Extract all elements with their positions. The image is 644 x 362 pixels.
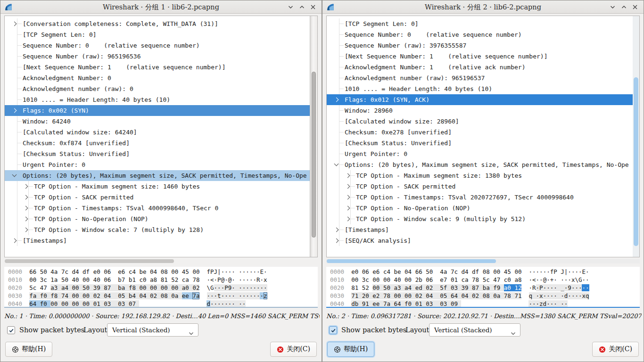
- tree-row[interactable]: Acknowledgment Number: 0: [5, 73, 310, 83]
- hex-byte[interactable]: 71: [351, 292, 362, 299]
- hex-ascii-char[interactable]: ·: [253, 268, 256, 275]
- hex-byte[interactable]: 7c: [451, 268, 462, 275]
- hex-byte[interactable]: b1: [129, 276, 140, 283]
- hex-ascii-char[interactable]: ·: [264, 268, 267, 275]
- hex-byte[interactable]: 66: [415, 268, 426, 275]
- hex-byte[interactable]: 00: [139, 284, 150, 291]
- scrollbar-handle[interactable]: [5, 259, 174, 263]
- hex-byte[interactable]: 5f: [440, 284, 451, 291]
- hex-byte[interactable]: 91: [362, 300, 373, 307]
- hex-ascii-char[interactable]: ·: [210, 300, 214, 307]
- hex-ascii-char[interactable]: ·: [536, 292, 540, 299]
- tree-row[interactable]: TCP Option - Window scale: 7 (multiply b…: [5, 224, 310, 235]
- expander-icon[interactable]: [12, 22, 17, 26]
- hex-ascii-char[interactable]: ·: [224, 300, 228, 307]
- hex-ascii-char[interactable]: z: [539, 300, 543, 307]
- hex-ascii-char[interactable]: ·: [546, 300, 550, 307]
- hex-ascii-char[interactable]: ·: [546, 284, 550, 291]
- hex-byte[interactable]: 39: [93, 284, 104, 291]
- show-packet-bytes-checkbox[interactable]: [7, 326, 15, 334]
- hex-byte[interactable]: 00: [50, 300, 61, 307]
- hex-ascii-char[interactable]: ·: [553, 284, 561, 291]
- hex-ascii-char[interactable]: ·: [217, 284, 221, 291]
- hex-ascii-char[interactable]: ·: [586, 268, 589, 275]
- tree-row[interactable]: TCP Option - No-Operation (NOP): [5, 214, 310, 224]
- hex-byte[interactable]: 00: [372, 284, 383, 291]
- hex-byte[interactable]: 08: [483, 292, 494, 299]
- hex-ascii-char[interactable]: ·: [575, 268, 578, 275]
- hex-byte[interactable]: 00: [72, 300, 83, 307]
- tree-row[interactable]: [Next Sequence Number: 1 (relative seque…: [5, 62, 310, 73]
- hex-ascii-char[interactable]: ·: [582, 284, 586, 291]
- expander-icon[interactable]: [12, 173, 17, 177]
- hex-ascii-char[interactable]: ·: [539, 276, 543, 283]
- hex-ascii-char[interactable]: ·: [217, 300, 221, 307]
- hex-byte[interactable]: 00: [83, 292, 93, 299]
- hex-ascii-char[interactable]: x: [539, 292, 543, 299]
- hex-ascii-char[interactable]: ·: [561, 292, 564, 299]
- tree-row[interactable]: [Calculated window size: 28960]: [327, 116, 633, 127]
- hex-byte[interactable]: 0a: [493, 292, 504, 299]
- hex-ascii-char[interactable]: ·: [529, 268, 533, 275]
- hex-ascii-char[interactable]: _: [561, 284, 564, 291]
- hex-byte[interactable]: 00: [83, 300, 93, 307]
- hex-byte[interactable]: 64: [394, 300, 405, 307]
- hex-byte[interactable]: 04: [139, 292, 150, 299]
- hex-byte[interactable]: 78: [192, 276, 199, 283]
- tree-row[interactable]: [Timestamps]: [5, 235, 310, 246]
- hex-byte[interactable]: a4: [61, 284, 72, 291]
- hex-ascii-char[interactable]: J: [561, 268, 564, 275]
- hex-ascii-char[interactable]: ·: [207, 276, 211, 283]
- hex-byte[interactable]: 52: [362, 284, 373, 291]
- hex-byte[interactable]: df: [472, 268, 483, 275]
- hex-byte[interactable]: 7a: [192, 292, 199, 299]
- hex-byte[interactable]: e0: [93, 268, 104, 275]
- hex-ascii-char[interactable]: ·: [586, 284, 589, 291]
- expander-icon[interactable]: [334, 98, 339, 102]
- hex-byte[interactable]: c0: [139, 276, 150, 283]
- hex-byte[interactable]: b7: [118, 276, 129, 283]
- hex-ascii-char[interactable]: ·: [536, 300, 540, 307]
- hex-byte[interactable]: 4a: [50, 268, 61, 275]
- tree-row[interactable]: TCP Option - SACK permitted: [5, 192, 310, 203]
- hex-byte[interactable]: 04: [104, 292, 118, 299]
- hex-ascii-char[interactable]: ·: [532, 268, 536, 275]
- hex-byte[interactable]: e2: [372, 292, 383, 299]
- hex-ascii-char[interactable]: P: [217, 276, 221, 283]
- tree-row[interactable]: 1010 .... = Header Length: 40 bytes (10): [5, 94, 310, 105]
- hex-ascii-char[interactable]: ·: [253, 284, 256, 291]
- tree-row[interactable]: Options: (20 bytes), Maximum segment siz…: [5, 170, 310, 181]
- hex-ascii-char[interactable]: \: [575, 276, 578, 283]
- tree-row[interactable]: [Checksum Status: Unverified]: [5, 148, 310, 159]
- hex-ascii-char[interactable]: x: [264, 276, 267, 283]
- hex-ascii-char[interactable]: ·: [239, 284, 242, 291]
- hex-byte[interactable]: 47: [493, 276, 504, 283]
- hex-byte[interactable]: b4: [129, 292, 140, 299]
- hex-byte[interactable]: ee: [372, 300, 383, 307]
- tree-row[interactable]: TCP Option - Timestamps: TSval 202072769…: [327, 192, 633, 203]
- packet-detail-tree[interactable]: [Conversation completeness: Complete, WI…: [4, 16, 318, 257]
- hex-byte[interactable]: 87: [472, 284, 483, 291]
- hex-byte[interactable]: 00: [83, 276, 93, 283]
- tree-row[interactable]: Sequence Number (raw): 965196536: [5, 51, 310, 62]
- hex-ascii-char[interactable]: ·: [246, 268, 249, 275]
- tree-row[interactable]: [Conversation completeness: Complete, WI…: [5, 18, 310, 29]
- hex-ascii-char[interactable]: ·: [536, 284, 540, 291]
- hex-byte[interactable]: f0: [40, 292, 51, 299]
- hex-byte[interactable]: 3c: [362, 276, 373, 283]
- hex-byte[interactable]: 03: [104, 300, 118, 307]
- titlebar[interactable]: Wireshark · 分组 1 · lib6-2.pcapng: [0, 0, 322, 14]
- hex-ascii-char[interactable]: ·: [529, 276, 533, 283]
- hex-byte[interactable]: f9: [493, 284, 504, 291]
- hex-byte[interactable]: 00: [383, 276, 394, 283]
- hex-byte[interactable]: 7c: [61, 268, 72, 275]
- hex-byte[interactable]: 00: [372, 276, 383, 283]
- hex-ascii-char[interactable]: ·: [253, 292, 256, 299]
- hex-byte[interactable]: ba: [483, 284, 494, 291]
- hex-ascii-char[interactable]: ·: [221, 300, 225, 307]
- minimize-button[interactable]: [607, 1, 618, 13]
- hex-byte[interactable]: 03: [440, 300, 451, 307]
- titlebar[interactable]: Wireshark · 分组 2 · lib6-2.pcapng: [322, 0, 644, 14]
- hex-byte[interactable]: 04: [426, 292, 440, 299]
- hex-ascii-char[interactable]: ·: [529, 284, 533, 291]
